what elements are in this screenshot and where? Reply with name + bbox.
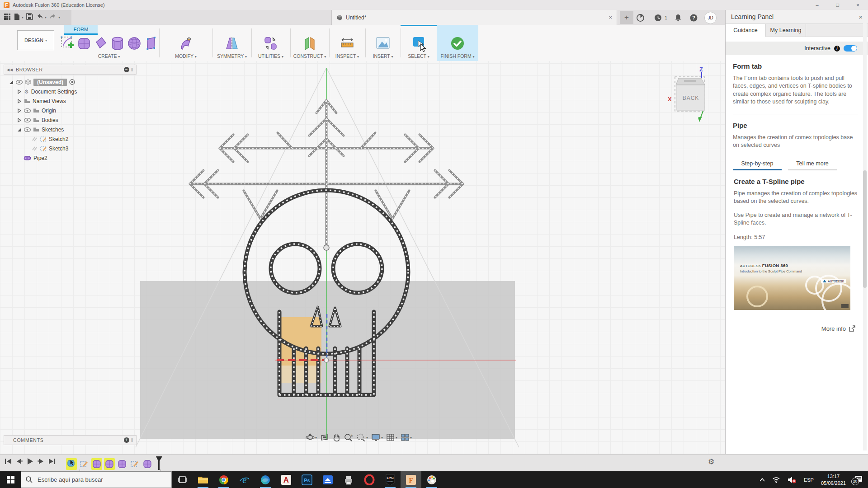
file-menu-caret[interactable]: ▾ (22, 15, 24, 19)
tree-row-named-views[interactable]: Named Views (4, 96, 137, 106)
collapse-chevrons-icon[interactable]: ◀◀ (7, 68, 13, 72)
close-button[interactable]: × (848, 0, 868, 10)
selected-face-highlight-2[interactable] (281, 366, 321, 383)
insert-menu[interactable]: INSERT ▾ (365, 53, 401, 59)
look-at-tool[interactable] (320, 433, 329, 441)
tab-my-learning[interactable]: My Learning (766, 24, 806, 37)
file-menu-icon[interactable] (14, 13, 20, 22)
taskbar-app-epic-games[interactable]: EPICGAMES (380, 471, 401, 488)
orbit-caret-icon[interactable]: ▾ (315, 436, 317, 440)
visibility-eye-icon[interactable] (24, 127, 31, 132)
construct-plane-icon[interactable] (302, 36, 317, 53)
timeline-tspline-feature[interactable] (91, 458, 102, 470)
job-status-clock-icon[interactable] (652, 12, 663, 23)
go-to-end-button[interactable] (48, 458, 56, 466)
hidden-icons-chevron[interactable] (756, 471, 768, 488)
utilities-convert-icon[interactable] (263, 36, 278, 53)
timeline-tspline-feature[interactable] (104, 458, 115, 470)
expander-closed-icon[interactable] (17, 89, 22, 94)
taskbar-app-paint[interactable] (421, 471, 442, 488)
timeline-sketch-feature[interactable] (79, 458, 90, 470)
interactive-toggle[interactable] (844, 45, 857, 52)
play-button[interactable] (27, 458, 33, 467)
create-sphere-icon[interactable] (127, 36, 142, 53)
grid-caret-icon[interactable]: ▾ (396, 436, 397, 440)
browser-grip[interactable]: ‖ (131, 67, 133, 72)
extensions-icon[interactable] (635, 12, 646, 23)
root-document-label[interactable]: (Unsaved) (33, 79, 67, 86)
info-icon[interactable]: i (834, 46, 840, 52)
construct-menu[interactable]: CONSTRUCT ▾ (290, 53, 329, 59)
expander-open-icon[interactable] (9, 80, 14, 84)
start-button[interactable] (0, 471, 21, 488)
save-icon[interactable] (26, 13, 33, 22)
comments-expand-icon[interactable]: + (124, 437, 129, 443)
redo-caret[interactable]: ▾ (58, 15, 60, 19)
timeline-sketch-feature[interactable] (129, 458, 140, 470)
orbit-tool[interactable]: ▾ (306, 433, 317, 442)
help-icon[interactable]: ? (688, 12, 699, 23)
finish-form-icon[interactable] (450, 36, 465, 53)
maximize-button[interactable]: □ (827, 0, 848, 10)
tree-row-bodies[interactable]: Bodies (4, 115, 137, 125)
document-tab[interactable]: Untitled* × (331, 10, 617, 25)
timeline-tspline-feature[interactable] (117, 458, 127, 470)
finish-form-button[interactable]: FINISH FORM ▾ (437, 53, 478, 59)
display-caret-icon[interactable]: ▾ (381, 436, 383, 440)
modify-menu[interactable]: MODIFY ▾ (159, 53, 212, 59)
create-face-icon[interactable] (144, 36, 158, 53)
utilities-menu[interactable]: UTILITIES ▾ (251, 53, 290, 59)
lesson-video-thumbnail[interactable]: AUTODESK FUSION 360 Introduction to the … (734, 246, 850, 310)
tree-row-sketches[interactable]: Sketches (4, 125, 137, 134)
taskbar-app-file-explorer[interactable] (193, 471, 213, 488)
pipe-node[interactable] (324, 245, 329, 250)
hidden-eye-icon[interactable] (32, 137, 38, 141)
tree-row-root[interactable]: (Unsaved) (4, 77, 137, 87)
create-plane-icon[interactable] (94, 36, 108, 53)
tab-tell-me-more[interactable]: Tell me more (788, 160, 837, 170)
tree-row-document-settings[interactable]: ⚙ Document Settings (4, 87, 137, 96)
notifications-bell-icon[interactable] (673, 12, 684, 23)
tree-row-pipe2[interactable]: Pipe2 (4, 153, 137, 163)
learning-panel-close-icon[interactable]: × (859, 13, 863, 21)
modify-edit-form-icon[interactable] (178, 36, 193, 53)
comments-header[interactable]: COMMENTS + ‖ (4, 435, 137, 445)
grid-settings-tool[interactable]: ▾ (386, 433, 397, 442)
user-avatar[interactable]: JD (704, 12, 717, 24)
taskbar-app-chrome[interactable] (213, 471, 234, 488)
workspace-switcher[interactable]: DESIGN ▾ (17, 30, 54, 50)
browser-minimize-icon[interactable]: − (124, 67, 129, 72)
inspect-menu[interactable]: INSPECT ▾ (329, 53, 365, 59)
timeline-settings-gear-icon[interactable]: ⚙ (708, 457, 714, 466)
tree-row-sketch3[interactable]: Sketch3 (4, 144, 137, 153)
insert-image-icon[interactable] (375, 36, 391, 52)
visibility-eye-icon[interactable] (16, 80, 23, 84)
expander-open-icon[interactable] (17, 127, 22, 132)
timeline-form-feature[interactable] (66, 458, 77, 470)
taskbar-app-internet-explorer[interactable]: e (234, 471, 255, 488)
comments-grip[interactable]: ‖ (131, 438, 133, 443)
expander-closed-icon[interactable] (17, 99, 22, 103)
selected-face-highlight[interactable] (281, 317, 321, 366)
tree-row-origin[interactable]: Origin (4, 106, 137, 115)
minimize-button[interactable]: – (807, 0, 827, 10)
wifi-icon[interactable] (769, 471, 783, 488)
step-forward-button[interactable] (38, 458, 44, 466)
origin-point[interactable] (324, 358, 329, 362)
step-back-button[interactable] (16, 458, 23, 466)
expander-closed-icon[interactable] (17, 118, 22, 122)
more-info-link[interactable]: More info (733, 325, 855, 332)
activate-radio-icon[interactable] (69, 79, 75, 85)
notification-center-icon[interactable]: 20 (850, 471, 865, 488)
create-sketch-icon[interactable] (60, 36, 75, 53)
task-view-button[interactable] (172, 471, 193, 488)
taskbar-app-fusion-360[interactable]: F (401, 471, 421, 488)
go-to-start-button[interactable] (5, 458, 12, 466)
expander-closed-icon[interactable] (17, 108, 22, 113)
redo-icon[interactable] (49, 14, 57, 22)
view-cube[interactable]: BACK Z X (667, 64, 712, 126)
taskbar-clock[interactable]: 13:17 05/06/2021 (818, 471, 849, 488)
visibility-eye-icon[interactable] (24, 108, 31, 113)
create-menu[interactable]: CREATE ▾ (60, 53, 158, 59)
document-tab-close-icon[interactable]: × (609, 14, 612, 21)
